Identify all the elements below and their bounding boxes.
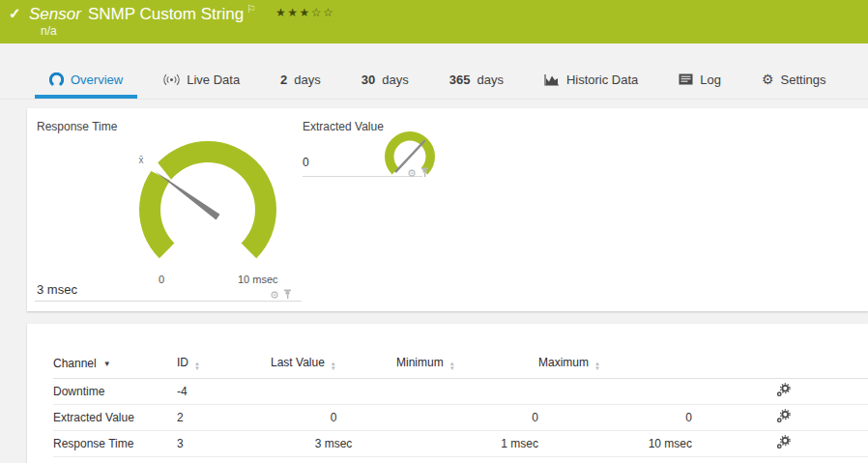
sort-icon: ▲▼ bbox=[194, 362, 200, 370]
tab-bar: OverviewLive Data2days30days365daysHisto… bbox=[0, 60, 868, 100]
channel-settings-icon[interactable] bbox=[776, 409, 791, 426]
divider bbox=[35, 301, 302, 302]
sort-icon: ▲▼ bbox=[449, 362, 455, 370]
tab-live-data[interactable]: Live Data bbox=[143, 60, 260, 99]
pin-icon[interactable] bbox=[420, 164, 429, 182]
tab-number: 365 bbox=[449, 72, 471, 87]
log-icon bbox=[679, 73, 693, 85]
column-header-last[interactable]: Last Value▲▼ bbox=[271, 349, 396, 378]
tab-label: Settings bbox=[781, 72, 826, 87]
response-time-value: 3 msec bbox=[37, 282, 77, 297]
cell-min: 1 msec bbox=[396, 430, 538, 456]
star-filled-icon[interactable]: ★ bbox=[287, 6, 299, 19]
tab-number: 2 bbox=[280, 72, 287, 87]
tab-log[interactable]: Log bbox=[658, 60, 741, 99]
tab-settings[interactable]: ⚙Settings bbox=[741, 60, 847, 99]
gauge-scale-max: 10 msec bbox=[238, 274, 278, 285]
divider bbox=[303, 176, 422, 177]
column-header-max[interactable]: Maximum▲▼ bbox=[538, 349, 692, 378]
cell-id: 2 bbox=[177, 404, 271, 430]
gauge-settings-icon[interactable]: ⚙ bbox=[407, 168, 417, 179]
tab-label: days bbox=[294, 72, 320, 87]
chart-icon bbox=[544, 73, 560, 86]
channel-table: Channel▼ID▲▼Last Value▲▼Minimum▲▼Maximum… bbox=[53, 349, 868, 457]
gauge-toolbar: ⚙ bbox=[270, 286, 292, 304]
tab-label: Log bbox=[700, 72, 721, 87]
cell-min: 0 bbox=[396, 404, 538, 430]
svg-text:x̄: x̄ bbox=[139, 155, 144, 165]
cell-max: 10 msec bbox=[538, 430, 692, 456]
sensor-title-line: SensorSNMP Custom String⚐★★★☆☆ bbox=[29, 3, 334, 24]
cell-channel: Downtime bbox=[53, 378, 177, 404]
star-empty-icon[interactable]: ☆ bbox=[311, 6, 323, 19]
priority-flag-icon[interactable]: ⚐ bbox=[246, 3, 256, 14]
sensor-type-label: Sensor bbox=[29, 5, 81, 23]
cell-settings bbox=[692, 378, 868, 404]
table-row: Response Time33 msec1 msec10 msec bbox=[53, 430, 868, 456]
cell-max: 0 bbox=[538, 404, 692, 430]
table-row: Downtime-4 bbox=[53, 378, 868, 404]
response-time-title: Response Time bbox=[37, 120, 117, 133]
gauge-toolbar: ⚙ bbox=[407, 164, 429, 182]
gear-icon: ⚙ bbox=[762, 72, 774, 86]
star-empty-icon[interactable]: ☆ bbox=[323, 6, 334, 19]
extracted-value-value: 0 bbox=[303, 156, 309, 169]
tab-label: days bbox=[382, 72, 408, 87]
table-row: Extracted Value2000 bbox=[53, 404, 868, 430]
channel-settings-icon[interactable] bbox=[776, 383, 791, 400]
column-header-channel[interactable]: Channel▼ bbox=[53, 349, 177, 378]
cell-last bbox=[271, 378, 396, 404]
star-rating[interactable]: ★★★☆☆ bbox=[275, 6, 334, 19]
cell-max bbox=[538, 378, 692, 404]
channel-table-body: Downtime-4Extracted Value2000Response Ti… bbox=[53, 378, 868, 456]
channel-table-head-row: Channel▼ID▲▼Last Value▲▼Minimum▲▼Maximum… bbox=[53, 349, 868, 378]
tab-label: Historic Data bbox=[566, 72, 638, 87]
tab-365-days[interactable]: 365days bbox=[429, 60, 524, 99]
cell-channel: Response Time bbox=[53, 430, 177, 456]
gauge-scale-min: 0 bbox=[159, 274, 164, 285]
cell-last: 3 msec bbox=[271, 430, 396, 456]
gauge-settings-icon[interactable]: ⚙ bbox=[270, 290, 279, 301]
cell-settings bbox=[692, 430, 868, 456]
extracted-value-title: Extracted Value bbox=[303, 120, 384, 133]
star-filled-icon[interactable]: ★ bbox=[275, 6, 287, 19]
cell-last: 0 bbox=[271, 404, 396, 430]
overview-gauges-panel: Response Time x̄ 0 10 msec 3 msec ⚙ Extr… bbox=[27, 108, 868, 311]
response-time-gauge[interactable]: x̄ bbox=[124, 126, 332, 292]
check-icon: ✓ bbox=[9, 5, 21, 22]
sort-icon: ▲▼ bbox=[594, 362, 600, 370]
channel-settings-icon[interactable] bbox=[776, 435, 791, 452]
tab-overview[interactable]: Overview bbox=[29, 60, 143, 99]
star-filled-icon[interactable]: ★ bbox=[300, 6, 311, 19]
column-header-min[interactable]: Minimum▲▼ bbox=[396, 349, 538, 378]
broadcast-icon bbox=[163, 73, 180, 86]
sensor-header: ✓ SensorSNMP Custom String⚐★★★☆☆ n/a bbox=[0, 0, 868, 43]
cell-id: 3 bbox=[177, 430, 271, 456]
cell-channel: Extracted Value bbox=[53, 404, 177, 430]
tab-label: days bbox=[477, 72, 503, 87]
tab-number: 30 bbox=[362, 72, 375, 87]
page-title: SNMP Custom String bbox=[88, 5, 244, 23]
cell-id: -4 bbox=[177, 378, 271, 404]
sort-desc-icon: ▼ bbox=[103, 360, 111, 368]
pin-icon[interactable] bbox=[283, 286, 292, 304]
column-header-settings bbox=[692, 349, 868, 378]
gauge-icon bbox=[49, 72, 64, 87]
tab-30-days[interactable]: 30days bbox=[341, 60, 429, 99]
cell-min bbox=[396, 378, 538, 404]
tab-label: Overview bbox=[71, 72, 123, 87]
cell-settings bbox=[692, 404, 868, 430]
tab-historic-data[interactable]: Historic Data bbox=[524, 60, 658, 99]
channel-table-panel: Channel▼ID▲▼Last Value▲▼Minimum▲▼Maximum… bbox=[27, 324, 868, 463]
sensor-status-subtitle: n/a bbox=[41, 24, 57, 38]
tab-label: Live Data bbox=[187, 72, 240, 87]
sort-icon: ▲▼ bbox=[331, 362, 336, 370]
tab-2-days[interactable]: 2days bbox=[260, 60, 341, 99]
column-header-id[interactable]: ID▲▼ bbox=[177, 349, 271, 378]
